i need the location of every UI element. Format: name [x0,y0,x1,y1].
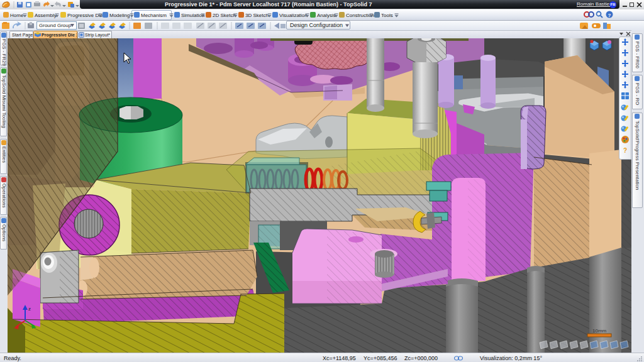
svg-text:10mm: 10mm [592,328,607,334]
svg-text:z: z [28,306,31,312]
svg-text:?: ? [623,147,627,154]
